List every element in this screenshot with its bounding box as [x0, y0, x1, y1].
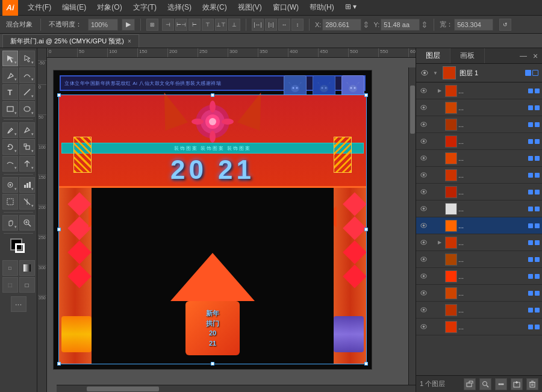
lr10-arrow[interactable]: ▶ — [438, 240, 444, 245]
lr15-eye[interactable] — [419, 322, 428, 332]
pen-tool[interactable]: ▾ — [2, 67, 18, 83]
layer-row-8[interactable]: ▶ ... — [416, 201, 542, 217]
grid-icon[interactable]: ⊞ — [146, 19, 158, 31]
symbol-tool[interactable]: ▾ — [2, 177, 18, 193]
lr14-eye[interactable] — [419, 305, 428, 315]
dist-h-icon[interactable]: |↔| — [252, 19, 264, 31]
select-tool[interactable]: ▾ — [2, 51, 18, 66]
rect-tool[interactable]: ▾ — [2, 101, 18, 117]
zoom-tool[interactable] — [19, 215, 35, 231]
align-bottom-icon[interactable]: ⊥ — [228, 19, 240, 31]
menu-select[interactable]: 选择(S) — [163, 1, 196, 14]
menu-effect[interactable]: 效果(C) — [198, 1, 232, 14]
gradient-btn[interactable] — [19, 260, 35, 276]
scrollbar-h-thumb[interactable] — [87, 387, 159, 391]
y-stepper[interactable]: ⇕ — [421, 20, 428, 30]
layer-row-12[interactable]: ▶ ... — [416, 268, 542, 285]
menu-text[interactable]: 文字(T) — [128, 1, 161, 14]
layer-row-2[interactable]: ▶ ... — [416, 99, 542, 116]
scrollbar-vertical[interactable] — [408, 67, 416, 385]
lr12-eye[interactable] — [419, 272, 428, 281]
menu-window[interactable]: 窗口(W) — [268, 1, 304, 14]
menu-edit[interactable]: 编辑(E) — [57, 1, 91, 14]
line-tool[interactable]: ▾ — [19, 84, 35, 100]
lr1-arrow[interactable]: ▶ — [438, 88, 444, 93]
layers-tab[interactable]: 图层 — [416, 48, 450, 63]
more-tools-btn[interactable]: ··· — [1, 296, 36, 312]
tab-close-btn[interactable]: × — [128, 38, 131, 45]
menu-layout-icon[interactable]: ⊞ ▾ — [340, 1, 361, 14]
layer-options-btn[interactable] — [495, 378, 507, 390]
align-left-icon[interactable]: ⊣ — [162, 19, 174, 31]
lr11-eye[interactable] — [419, 255, 428, 264]
layer-row-5[interactable]: ▶ ... — [416, 150, 542, 167]
expand-tools-btn[interactable]: ··· — [11, 296, 26, 312]
scale-tool[interactable]: ▾ — [19, 139, 35, 155]
lr13-eye[interactable] — [419, 288, 428, 298]
lr1-eye[interactable] — [419, 86, 428, 96]
draw-mode-btn[interactable]: ⬚ — [2, 277, 18, 293]
canvas-content[interactable]: 立体立年中国新年拱形花纹红 Ai 八仙大鼓文化年份拱形装大感谢祥瑞 — [47, 58, 416, 392]
pencil-tool[interactable]: ▾ — [19, 122, 35, 138]
fill-stroke-swatches[interactable] — [8, 238, 30, 257]
menu-file[interactable]: 文件(F) — [23, 1, 56, 14]
transform-icon[interactable]: ↺ — [499, 19, 511, 31]
warp-tool[interactable]: ▾ — [2, 156, 18, 172]
lr10-eye[interactable] — [419, 238, 428, 247]
lr4-eye[interactable] — [419, 137, 428, 146]
ellipse-tool[interactable]: ▾ — [19, 101, 35, 117]
layer-row-9[interactable]: ▶ ... — [416, 217, 542, 234]
width-tool[interactable]: ▾ — [19, 156, 35, 172]
layer-row-4[interactable]: ▶ ... — [416, 133, 542, 150]
lr3-eye[interactable] — [419, 120, 428, 129]
document-tab[interactable]: 新年拱门.ai @ 25% (CMYK/GPU 预览) × — [2, 34, 139, 48]
layer1-visibility-btn[interactable] — [420, 68, 429, 78]
align-center-v-icon[interactable]: ⊥⊤ — [215, 19, 227, 31]
layer-row-13[interactable]: ▶ ... — [416, 285, 542, 302]
x-input[interactable] — [322, 19, 361, 31]
lr2-eye[interactable] — [419, 103, 428, 113]
type-tool[interactable]: T — [2, 84, 18, 100]
panel-minimize-btn[interactable]: — — [518, 51, 529, 61]
color-mode-btn[interactable]: □ — [2, 260, 18, 276]
align-right-icon[interactable]: ⊢ — [188, 19, 201, 31]
lr8-eye[interactable] — [419, 204, 428, 214]
layer-row-15[interactable]: ▶ ... — [416, 319, 542, 335]
menu-object[interactable]: 对象(O) — [92, 1, 126, 14]
align-top-icon[interactable]: ⊤ — [202, 19, 214, 31]
opacity-input[interactable] — [88, 19, 118, 31]
lr9-eye[interactable] — [419, 221, 428, 231]
delete-layer-btn[interactable] — [526, 378, 538, 390]
screen-mode-btn[interactable]: □ — [19, 277, 35, 293]
menu-help[interactable]: 帮助(H) — [305, 1, 339, 14]
layer-row-7[interactable]: ▶ ... — [416, 184, 542, 201]
rotate-tool[interactable]: ▾ — [2, 139, 18, 155]
menu-view[interactable]: 视图(V) — [233, 1, 267, 14]
canvas-area[interactable]: 0 50 100 150 200 250 300 350 400 450 500… — [37, 48, 416, 392]
slice-tool[interactable]: ▾ — [19, 194, 35, 210]
layer-row-11[interactable]: ▶ ... — [416, 251, 542, 268]
search-layers-btn[interactable] — [479, 378, 491, 390]
hand-tool[interactable]: ▾ — [2, 215, 18, 231]
add-layer-btn[interactable] — [511, 378, 523, 390]
scrollbar-horizontal[interactable] — [57, 385, 416, 392]
y-input[interactable] — [381, 19, 420, 31]
artwork[interactable]: 立体立年中国新年拱形花纹红 Ai 八仙大鼓文化年份拱形装大感谢祥瑞 — [53, 70, 372, 370]
panel-close-btn[interactable]: × — [530, 51, 541, 61]
layer-row-1[interactable]: ▶ ... — [416, 82, 542, 99]
dist-v2-icon[interactable]: ↕ — [291, 19, 304, 31]
dist-v-icon[interactable]: |↕| — [265, 19, 277, 31]
make-sublayer-btn[interactable] — [464, 378, 476, 390]
layer1-expand-btn[interactable]: ▼ — [433, 70, 439, 76]
artboards-tab[interactable]: 画板 — [450, 48, 485, 63]
x-stepper[interactable]: ⇕ — [363, 20, 370, 30]
direct-select-tool[interactable]: ▾ — [19, 51, 35, 66]
dist-h2-icon[interactable]: ↔ — [278, 19, 290, 31]
layer-row-14[interactable]: ▶ ... — [416, 302, 542, 319]
lr6-eye[interactable] — [419, 170, 428, 180]
w-input[interactable] — [454, 19, 493, 31]
paintbrush-tool[interactable]: ▾ — [2, 122, 18, 138]
lr7-eye[interactable] — [419, 187, 428, 197]
graph-tool[interactable]: ▾ — [19, 177, 35, 193]
layer-row-6[interactable]: ▶ ... — [416, 167, 542, 184]
